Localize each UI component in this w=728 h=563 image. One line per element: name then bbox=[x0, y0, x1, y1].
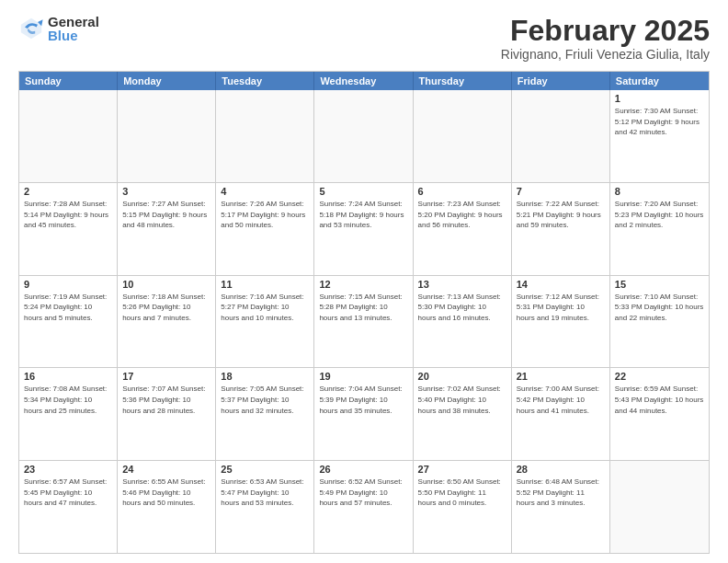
cell-info: Sunrise: 7:26 AM Sunset: 5:17 PM Dayligh… bbox=[221, 199, 309, 231]
calendar-cell: 11Sunrise: 7:16 AM Sunset: 5:27 PM Dayli… bbox=[216, 276, 314, 368]
cell-info: Sunrise: 6:48 AM Sunset: 5:52 PM Dayligh… bbox=[517, 477, 605, 509]
cell-info: Sunrise: 7:13 AM Sunset: 5:30 PM Dayligh… bbox=[418, 292, 506, 324]
cell-info: Sunrise: 7:27 AM Sunset: 5:15 PM Dayligh… bbox=[122, 199, 210, 231]
calendar-header-cell: Saturday bbox=[610, 72, 709, 90]
calendar-cell: 1Sunrise: 7:30 AM Sunset: 5:12 PM Daylig… bbox=[610, 90, 709, 182]
cell-info: Sunrise: 7:02 AM Sunset: 5:40 PM Dayligh… bbox=[418, 384, 506, 416]
cell-day-number: 13 bbox=[418, 279, 506, 290]
cell-day-number: 4 bbox=[221, 186, 309, 197]
calendar-cell: 17Sunrise: 7:07 AM Sunset: 5:36 PM Dayli… bbox=[118, 368, 216, 460]
title-block: February 2025 Rivignano, Friuli Venezia … bbox=[501, 15, 710, 62]
cell-info: Sunrise: 7:00 AM Sunset: 5:42 PM Dayligh… bbox=[517, 384, 605, 416]
cell-info: Sunrise: 7:22 AM Sunset: 5:21 PM Dayligh… bbox=[517, 199, 605, 231]
cell-info: Sunrise: 7:23 AM Sunset: 5:20 PM Dayligh… bbox=[418, 199, 506, 231]
calendar-cell bbox=[118, 90, 216, 182]
cell-day-number: 19 bbox=[319, 371, 407, 382]
cell-day-number: 11 bbox=[221, 279, 309, 290]
calendar-cell: 27Sunrise: 6:50 AM Sunset: 5:50 PM Dayli… bbox=[414, 461, 512, 553]
cell-info: Sunrise: 7:05 AM Sunset: 5:37 PM Dayligh… bbox=[221, 384, 309, 416]
cell-day-number: 14 bbox=[517, 279, 605, 290]
cell-info: Sunrise: 7:15 AM Sunset: 5:28 PM Dayligh… bbox=[319, 292, 407, 324]
cell-info: Sunrise: 6:57 AM Sunset: 5:45 PM Dayligh… bbox=[24, 477, 112, 509]
calendar-cell: 6Sunrise: 7:23 AM Sunset: 5:20 PM Daylig… bbox=[414, 183, 512, 275]
calendar-cell: 28Sunrise: 6:48 AM Sunset: 5:52 PM Dayli… bbox=[512, 461, 610, 553]
cell-day-number: 27 bbox=[418, 464, 506, 475]
calendar: SundayMondayTuesdayWednesdayThursdayFrid… bbox=[18, 71, 710, 554]
calendar-cell bbox=[610, 461, 709, 553]
cell-day-number: 28 bbox=[517, 464, 605, 475]
calendar-cell: 4Sunrise: 7:26 AM Sunset: 5:17 PM Daylig… bbox=[216, 183, 314, 275]
cell-info: Sunrise: 7:04 AM Sunset: 5:39 PM Dayligh… bbox=[319, 384, 407, 416]
cell-day-number: 25 bbox=[221, 464, 309, 475]
cell-info: Sunrise: 7:07 AM Sunset: 5:36 PM Dayligh… bbox=[122, 384, 210, 416]
calendar-cell: 12Sunrise: 7:15 AM Sunset: 5:28 PM Dayli… bbox=[314, 276, 413, 368]
calendar-row: 9Sunrise: 7:19 AM Sunset: 5:24 PM Daylig… bbox=[19, 276, 709, 369]
calendar-title: February 2025 bbox=[501, 15, 710, 47]
cell-info: Sunrise: 6:55 AM Sunset: 5:46 PM Dayligh… bbox=[122, 477, 210, 509]
cell-info: Sunrise: 7:16 AM Sunset: 5:27 PM Dayligh… bbox=[221, 292, 309, 324]
calendar-header-cell: Tuesday bbox=[216, 72, 314, 90]
cell-day-number: 26 bbox=[319, 464, 407, 475]
cell-info: Sunrise: 7:12 AM Sunset: 5:31 PM Dayligh… bbox=[517, 292, 605, 324]
cell-info: Sunrise: 7:18 AM Sunset: 5:26 PM Dayligh… bbox=[122, 292, 210, 324]
cell-day-number: 5 bbox=[319, 186, 407, 197]
cell-info: Sunrise: 7:08 AM Sunset: 5:34 PM Dayligh… bbox=[24, 384, 112, 416]
cell-day-number: 9 bbox=[24, 279, 112, 290]
calendar-cell: 15Sunrise: 7:10 AM Sunset: 5:33 PM Dayli… bbox=[610, 276, 709, 368]
cell-day-number: 20 bbox=[418, 371, 506, 382]
calendar-cell bbox=[19, 90, 118, 182]
logo-icon bbox=[18, 16, 44, 41]
cell-day-number: 17 bbox=[122, 371, 210, 382]
logo-blue-text: Blue bbox=[48, 29, 99, 42]
calendar-cell: 19Sunrise: 7:04 AM Sunset: 5:39 PM Dayli… bbox=[314, 368, 413, 460]
calendar-row: 2Sunrise: 7:28 AM Sunset: 5:14 PM Daylig… bbox=[19, 183, 709, 276]
cell-info: Sunrise: 7:10 AM Sunset: 5:33 PM Dayligh… bbox=[615, 292, 704, 324]
calendar-header-cell: Wednesday bbox=[314, 72, 413, 90]
cell-day-number: 12 bbox=[319, 279, 407, 290]
calendar-header-cell: Thursday bbox=[414, 72, 512, 90]
cell-info: Sunrise: 6:59 AM Sunset: 5:43 PM Dayligh… bbox=[615, 384, 704, 416]
calendar-cell: 18Sunrise: 7:05 AM Sunset: 5:37 PM Dayli… bbox=[216, 368, 314, 460]
page: General Blue February 2025 Rivignano, Fr… bbox=[0, 0, 728, 563]
cell-day-number: 6 bbox=[418, 186, 506, 197]
cell-info: Sunrise: 6:53 AM Sunset: 5:47 PM Dayligh… bbox=[221, 477, 309, 509]
calendar-cell bbox=[314, 90, 413, 182]
cell-day-number: 10 bbox=[122, 279, 210, 290]
logo-text: General Blue bbox=[48, 15, 99, 42]
cell-day-number: 2 bbox=[24, 186, 112, 197]
cell-day-number: 24 bbox=[122, 464, 210, 475]
cell-day-number: 21 bbox=[517, 371, 605, 382]
calendar-cell: 16Sunrise: 7:08 AM Sunset: 5:34 PM Dayli… bbox=[19, 368, 118, 460]
calendar-cell: 24Sunrise: 6:55 AM Sunset: 5:46 PM Dayli… bbox=[118, 461, 216, 553]
calendar-header-cell: Sunday bbox=[19, 72, 118, 90]
calendar-row: 16Sunrise: 7:08 AM Sunset: 5:34 PM Dayli… bbox=[19, 368, 709, 461]
cell-day-number: 15 bbox=[615, 279, 704, 290]
cell-day-number: 16 bbox=[24, 371, 112, 382]
cell-day-number: 8 bbox=[615, 186, 704, 197]
cell-info: Sunrise: 6:52 AM Sunset: 5:49 PM Dayligh… bbox=[319, 477, 407, 509]
calendar-cell bbox=[512, 90, 610, 182]
cell-info: Sunrise: 7:20 AM Sunset: 5:23 PM Dayligh… bbox=[615, 199, 704, 231]
logo-general-text: General bbox=[48, 15, 99, 29]
calendar-cell: 25Sunrise: 6:53 AM Sunset: 5:47 PM Dayli… bbox=[216, 461, 314, 553]
header: General Blue February 2025 Rivignano, Fr… bbox=[18, 15, 710, 62]
calendar-cell bbox=[216, 90, 314, 182]
cell-day-number: 18 bbox=[221, 371, 309, 382]
calendar-cell bbox=[414, 90, 512, 182]
cell-day-number: 23 bbox=[24, 464, 112, 475]
calendar-cell: 23Sunrise: 6:57 AM Sunset: 5:45 PM Dayli… bbox=[19, 461, 118, 553]
calendar-cell: 14Sunrise: 7:12 AM Sunset: 5:31 PM Dayli… bbox=[512, 276, 610, 368]
cell-day-number: 22 bbox=[615, 371, 704, 382]
cell-info: Sunrise: 7:28 AM Sunset: 5:14 PM Dayligh… bbox=[24, 199, 112, 231]
logo: General Blue bbox=[18, 15, 99, 42]
cell-info: Sunrise: 7:19 AM Sunset: 5:24 PM Dayligh… bbox=[24, 292, 112, 324]
calendar-cell: 20Sunrise: 7:02 AM Sunset: 5:40 PM Dayli… bbox=[414, 368, 512, 460]
calendar-header-cell: Monday bbox=[118, 72, 216, 90]
cell-day-number: 3 bbox=[122, 186, 210, 197]
cell-info: Sunrise: 7:24 AM Sunset: 5:18 PM Dayligh… bbox=[319, 199, 407, 231]
calendar-cell: 26Sunrise: 6:52 AM Sunset: 5:49 PM Dayli… bbox=[314, 461, 413, 553]
cell-info: Sunrise: 7:30 AM Sunset: 5:12 PM Dayligh… bbox=[615, 106, 704, 138]
calendar-cell: 5Sunrise: 7:24 AM Sunset: 5:18 PM Daylig… bbox=[314, 183, 413, 275]
calendar-cell: 2Sunrise: 7:28 AM Sunset: 5:14 PM Daylig… bbox=[19, 183, 118, 275]
calendar-cell: 3Sunrise: 7:27 AM Sunset: 5:15 PM Daylig… bbox=[118, 183, 216, 275]
